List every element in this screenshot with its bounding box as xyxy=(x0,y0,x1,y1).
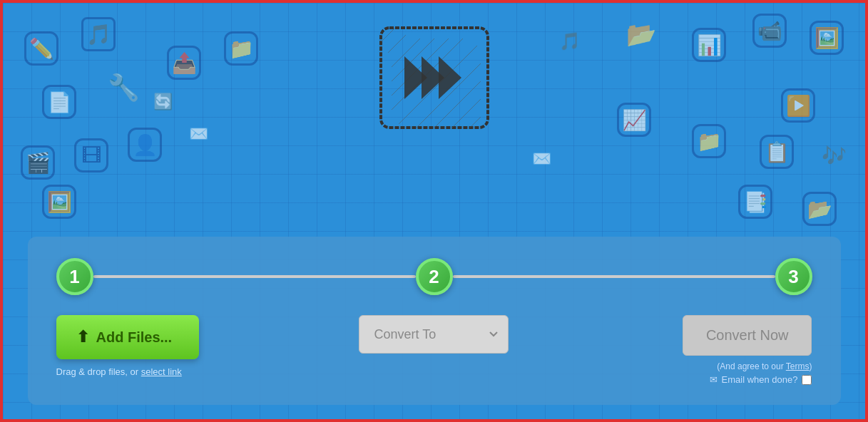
step1-section: ⬆ Add Files... Drag & drop files, or sel… xyxy=(56,315,308,377)
step2-section: Convert To MP4 MP3 AVI MOV WAV PDF JPG P… xyxy=(308,315,560,354)
image-icon: 🖼️ xyxy=(42,185,76,219)
email-icon-label: ✉ xyxy=(710,374,718,385)
step3-section: Convert Now (And agree to our Terms) ✉ E… xyxy=(560,315,812,385)
email-checkbox[interactable] xyxy=(802,375,812,385)
folder-icon: 📁 xyxy=(224,31,258,66)
copy-icon: 📋 xyxy=(760,135,794,169)
step-3-circle: 3 xyxy=(775,258,812,295)
photo-icon: 🖼️ xyxy=(810,21,844,55)
movie-icon: 🎬 xyxy=(21,145,55,180)
converter-panel: 1 2 3 ⬆ Add Files... Drag & drop files, … xyxy=(28,237,841,405)
email-icon: ✉️ xyxy=(181,117,215,151)
upload-icon: ⬆ xyxy=(76,328,89,346)
step-line-1 xyxy=(93,275,416,278)
convert-now-button[interactable]: Convert Now xyxy=(683,315,812,356)
music3-icon: 🎶 xyxy=(817,138,851,173)
app-logo xyxy=(370,17,499,138)
step-2-circle: 2 xyxy=(416,258,453,295)
add-files-button[interactable]: ⬆ Add Files... xyxy=(56,315,199,359)
music-icon: 🎵 xyxy=(81,17,116,51)
select-link[interactable]: select link xyxy=(141,366,182,377)
video-icon: 📹 xyxy=(752,14,787,48)
folder3-icon: 📁 xyxy=(692,124,726,158)
email-when-done-label: Email when done? xyxy=(722,374,798,385)
actions-row: ⬆ Add Files... Drag & drop files, or sel… xyxy=(56,315,812,385)
step-1-circle: 1 xyxy=(56,258,93,295)
person-icon: 👤 xyxy=(128,128,162,162)
file-icon: 📄 xyxy=(42,85,76,119)
svg-line-2 xyxy=(388,35,406,53)
steps-row: 1 2 3 xyxy=(56,258,812,295)
refresh-icon: 🔄 xyxy=(145,85,180,119)
email2-icon: ✉️ xyxy=(524,142,558,176)
music2-icon: 🎵 xyxy=(553,24,587,58)
drag-drop-hint: Drag & drop files, or select link xyxy=(56,366,182,377)
files-icon: 📑 xyxy=(738,185,772,219)
pencil-icon: ✏️ xyxy=(24,31,58,66)
email-row: ✉ Email when done? xyxy=(710,374,812,385)
convert-to-dropdown[interactable]: Convert To MP4 MP3 AVI MOV WAV PDF JPG P… xyxy=(359,315,509,354)
folder2-icon: 📂 xyxy=(624,17,658,51)
send-icon: 📤 xyxy=(167,46,201,80)
play-icon: ▶️ xyxy=(781,88,815,123)
terms-text: (And agree to our Terms) xyxy=(717,361,812,371)
wrench-icon: 🔧 xyxy=(106,71,141,105)
svg-line-10 xyxy=(452,99,481,128)
chart-icon: 📊 xyxy=(692,28,726,62)
svg-line-11 xyxy=(470,117,481,128)
film-icon: 🎞 xyxy=(74,138,108,173)
folder4-icon: 📂 xyxy=(802,192,837,226)
terms-link[interactable]: Terms xyxy=(786,361,810,371)
main-wrapper: ✏️ 🎵 📄 🔧 📤 📁 🎬 🎞 👤 🖼️ 🔄 ✉️ 🖼️ 📹 📊 📂 🎵 ▶️… xyxy=(3,3,865,419)
step-line-2 xyxy=(453,275,775,278)
pie-icon: 📈 xyxy=(617,103,651,137)
